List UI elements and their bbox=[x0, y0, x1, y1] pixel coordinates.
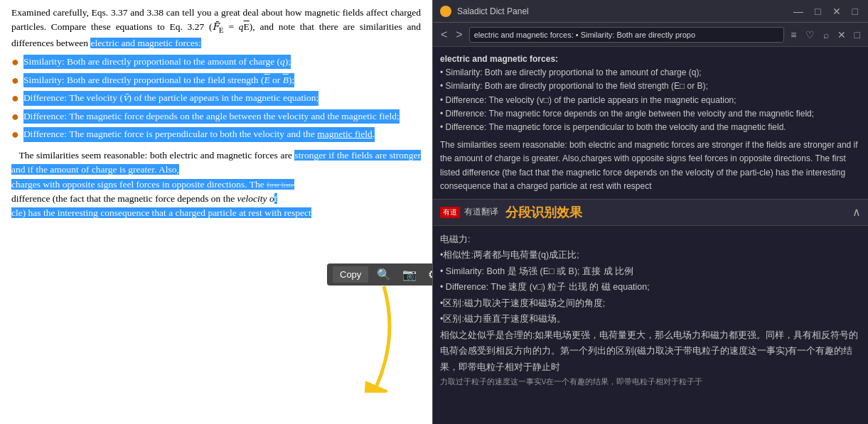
translation-body: 电磁力: •相似性:两者都与电荷量(q)成正比; • Similarity: B… bbox=[433, 226, 868, 395]
translate-line-5: •区别:磁力取决于速度和磁场之间的角度; bbox=[440, 295, 861, 312]
collapse-button[interactable]: ∧ bbox=[852, 205, 861, 219]
list-item-text: Similarity: Both are directly proportion… bbox=[23, 55, 291, 69]
dict-line-1: • Similarity: Both are directly proporti… bbox=[440, 66, 861, 80]
dict-line-3: • Difference: The velocity (v□) of the p… bbox=[440, 94, 861, 107]
list-item-text: Similarity: Both are directly proportion… bbox=[23, 73, 294, 87]
source-name: 有道翻译 bbox=[464, 206, 498, 218]
list-item: ● Difference: The magnetic force depends… bbox=[11, 109, 421, 125]
translate-paragraph: 相似之处似乎是合理的:如果电场更强，电荷量更大，那么电场力和磁力都更强。同样，具… bbox=[440, 327, 861, 376]
bullet-icon: ● bbox=[11, 109, 19, 125]
section-title: 分段识别效果 bbox=[505, 204, 582, 221]
document-text: Examined carefully, Eqs. 3.37 and 3.38 c… bbox=[11, 6, 421, 220]
highlighted-text: electric and magnetic forces: bbox=[90, 38, 201, 48]
translate-overflow: 力取过于粒子的速度这一事实\/在一个有趣的结果，即带电粒子相对于粒子于 bbox=[440, 375, 861, 389]
bullet-list: ● Similarity: Both are directly proporti… bbox=[11, 55, 421, 143]
menu-icon-button[interactable]: ≡ bbox=[788, 29, 798, 40]
dict-line-5: • Difference: The magnetic force is perp… bbox=[440, 121, 861, 134]
arrow-indicator bbox=[341, 279, 412, 396]
youdao-badge: 有道 bbox=[440, 207, 460, 218]
list-item: ● Difference: The velocity (v̄) of the p… bbox=[11, 91, 421, 107]
search-icon-button[interactable]: 🔍 bbox=[374, 266, 394, 283]
search-input[interactable] bbox=[469, 27, 785, 43]
translate-line-6: •区别:磁力垂直于速度和磁场。 bbox=[440, 311, 861, 327]
expand-icon-button[interactable]: □ bbox=[852, 29, 862, 40]
list-item-text: Difference: The magnetic force is perpen… bbox=[23, 127, 375, 141]
dict-line-2: • Similarity: Both are directly proporti… bbox=[440, 80, 861, 93]
bullet-icon: ● bbox=[11, 91, 19, 107]
context-toolbar: Copy 🔍 📷 ⚙ bbox=[327, 263, 432, 286]
dict-line-4: • Difference: The magnetic force depends… bbox=[440, 107, 861, 121]
maximize-button[interactable]: □ bbox=[812, 6, 823, 17]
saladict-panel: Saladict Dict Panel — □ ✕ □ < > ≡ ♡ ⌕ ✕ … bbox=[432, 0, 868, 424]
translate-line-3: • Similarity: Both 是 场强 (E□ 或 B); 直接 成 比… bbox=[440, 263, 861, 280]
dict-toolbar: < > ≡ ♡ ⌕ ✕ □ bbox=[433, 23, 868, 47]
close-icon-button[interactable]: ✕ bbox=[835, 29, 848, 40]
gear-icon-button[interactable]: ⚙ bbox=[425, 266, 432, 283]
list-item: ● Similarity: Both are directly proporti… bbox=[11, 55, 421, 70]
translation-section: 有道 有道翻译 分段识别效果 ∧ 电磁力: •相似性:两者都与电荷量(q)成正比… bbox=[433, 200, 868, 424]
app-title: Saladict Dict Panel bbox=[457, 6, 785, 16]
translation-header: 有道 有道翻译 分段识别效果 ∧ bbox=[433, 200, 868, 226]
intro-paragraph: Examined carefully, Eqs. 3.37 and 3.38 c… bbox=[11, 6, 421, 50]
app-icon bbox=[440, 6, 451, 17]
dict-top-section: electric and magnetic forces: • Similari… bbox=[433, 47, 868, 200]
list-item-text: Difference: The velocity (v̄) of the par… bbox=[23, 91, 318, 105]
search-icon-button2[interactable]: ⌕ bbox=[821, 29, 831, 40]
list-item: ● Similarity: Both are directly proporti… bbox=[11, 73, 421, 89]
dict-content: electric and magnetic forces: • Similari… bbox=[433, 47, 868, 424]
heart-icon-button[interactable]: ♡ bbox=[803, 29, 817, 40]
nav-forward-button[interactable]: > bbox=[454, 28, 464, 41]
translate-line-2: •相似性:两者都与电荷量(q)成正比; bbox=[440, 247, 861, 263]
bullet-icon: ● bbox=[11, 127, 19, 143]
dict-entry-title: electric and magnetic forces: bbox=[440, 53, 861, 66]
camera-icon-button[interactable]: 📷 bbox=[400, 266, 419, 283]
nav-back-button[interactable]: < bbox=[439, 28, 449, 41]
list-item: ● Difference: The magnetic force is perp… bbox=[11, 127, 421, 143]
copy-button[interactable]: Copy bbox=[333, 266, 368, 283]
titlebar: Saladict Dict Panel — □ ✕ □ bbox=[433, 0, 868, 23]
translate-line-1: 电磁力: bbox=[440, 232, 861, 248]
dict-paragraph: The similarities seem reasonable: both e… bbox=[440, 138, 861, 193]
popout-button[interactable]: □ bbox=[850, 6, 861, 17]
list-item-text: Difference: The magnetic force depends o… bbox=[23, 109, 400, 124]
close-button[interactable]: ✕ bbox=[830, 6, 844, 17]
bullet-icon: ● bbox=[11, 73, 19, 89]
bullet-icon: ● bbox=[11, 55, 19, 70]
document-panel: Examined carefully, Eqs. 3.37 and 3.38 c… bbox=[0, 0, 432, 424]
paragraph2: The similarities seem reasonable: both e… bbox=[11, 148, 421, 220]
translate-line-4: • Difference: The 速度 (v□) 粒子 出现 的 磁 equa… bbox=[440, 279, 861, 295]
minimize-button[interactable]: — bbox=[791, 6, 806, 17]
